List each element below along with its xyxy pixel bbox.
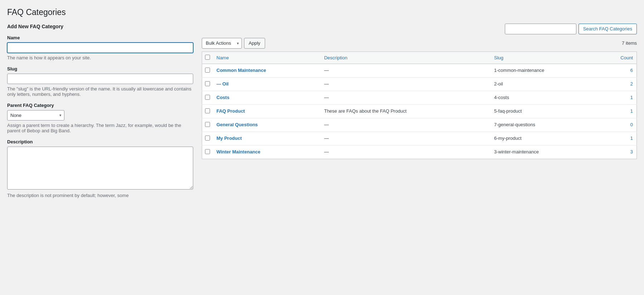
- row-checkbox[interactable]: [205, 81, 210, 86]
- table-row: My Product — 6-my-product 1: [202, 132, 637, 145]
- row-checkbox[interactable]: [205, 136, 210, 141]
- row-count-link[interactable]: 1: [630, 136, 633, 141]
- row-count-cell: 1: [599, 104, 637, 118]
- faq-categories-table: Name Description Slug Count Common Maint…: [202, 51, 637, 159]
- slug-input[interactable]: [7, 74, 193, 84]
- search-wrap: Search FAQ Categories: [505, 24, 637, 34]
- page-title: FAQ Categories: [7, 7, 637, 18]
- slug-label: Slug: [7, 66, 193, 72]
- table-header-row: Name Description Slug Count: [202, 51, 637, 64]
- row-slug-cell: 3-winter-maintenance: [491, 145, 599, 159]
- row-count-cell: 1: [599, 132, 637, 145]
- row-count-cell: 1: [599, 91, 637, 104]
- parent-select-wrap: None ▾: [7, 110, 64, 121]
- row-count-cell: 6: [599, 64, 637, 77]
- row-slug-cell: 2-oil: [491, 77, 599, 91]
- row-checkbox-cell: [202, 104, 213, 118]
- name-input[interactable]: [7, 43, 193, 53]
- row-count-link[interactable]: 2: [630, 81, 633, 87]
- description-textarea[interactable]: [7, 147, 193, 190]
- table-row: General Questions — 7-general-questions …: [202, 118, 637, 132]
- row-description-cell: —: [321, 64, 491, 77]
- parent-group: Parent FAQ Category None ▾ Assign a pare…: [7, 103, 193, 133]
- select-all-header: [202, 51, 213, 64]
- row-slug-cell: 4-costs: [491, 91, 599, 104]
- search-input[interactable]: [505, 24, 576, 34]
- name-label: Name: [7, 35, 193, 40]
- row-count-cell: 2: [599, 77, 637, 91]
- categories-table-panel: Search FAQ Categories Bulk Actions Delet…: [202, 24, 637, 159]
- col-header-count[interactable]: Count: [599, 51, 637, 64]
- parent-label: Parent FAQ Category: [7, 103, 193, 108]
- parent-select[interactable]: None: [7, 110, 64, 121]
- table-row: Costs — 4-costs 1: [202, 91, 637, 104]
- search-button[interactable]: Search FAQ Categories: [579, 24, 637, 34]
- name-hint: The name is how it appears on your site.: [7, 55, 193, 60]
- col-header-name[interactable]: Name: [213, 51, 321, 64]
- row-description-cell: —: [321, 132, 491, 145]
- row-slug-cell: 7-general-questions: [491, 118, 599, 132]
- row-name-link[interactable]: My Product: [216, 136, 242, 141]
- add-new-form: Add New FAQ Category Name The name is ho…: [7, 24, 193, 204]
- select-all-checkbox[interactable]: [205, 55, 210, 60]
- items-count: 7 items: [622, 40, 637, 46]
- col-header-description[interactable]: Description: [321, 51, 491, 64]
- bulk-actions-wrap: Bulk Actions Delete ▾ Apply: [202, 38, 265, 49]
- row-checkbox-cell: [202, 132, 213, 145]
- description-group: Description The description is not promi…: [7, 139, 193, 198]
- row-name-cell: Common Maintenance: [213, 64, 321, 77]
- row-name-cell: Costs: [213, 91, 321, 104]
- row-name-cell: My Product: [213, 132, 321, 145]
- row-name-cell: General Questions: [213, 118, 321, 132]
- row-checkbox[interactable]: [205, 108, 210, 113]
- bulk-actions-select[interactable]: Bulk Actions Delete: [202, 38, 242, 49]
- row-count-cell: 0: [599, 118, 637, 132]
- row-description-cell: —: [321, 145, 491, 159]
- row-slug-cell: 5-faq-product: [491, 104, 599, 118]
- row-description-cell: —: [321, 118, 491, 132]
- row-name-cell: Winter Maintenance: [213, 145, 321, 159]
- row-name-link[interactable]: Costs: [216, 95, 229, 100]
- table-row: Winter Maintenance — 3-winter-maintenanc…: [202, 145, 637, 159]
- table-row: FAQ Product These are FAQs about the FAQ…: [202, 104, 637, 118]
- parent-hint: Assign a parent term to create a hierarc…: [7, 123, 193, 133]
- row-slug-cell: 1-common-maintenance: [491, 64, 599, 77]
- row-name-cell: — Oil: [213, 77, 321, 91]
- row-checkbox[interactable]: [205, 149, 210, 154]
- row-checkbox-cell: [202, 145, 213, 159]
- row-description-cell: —: [321, 77, 491, 91]
- row-checkbox[interactable]: [205, 68, 210, 73]
- row-count-cell: 3: [599, 145, 637, 159]
- bulk-select-wrap: Bulk Actions Delete ▾: [202, 38, 242, 49]
- row-checkbox[interactable]: [205, 122, 210, 127]
- actions-bar: Bulk Actions Delete ▾ Apply 7 items: [202, 38, 637, 49]
- row-checkbox-cell: [202, 91, 213, 104]
- row-description-cell: These are FAQs about the FAQ Product: [321, 104, 491, 118]
- row-name-cell: FAQ Product: [213, 104, 321, 118]
- apply-button[interactable]: Apply: [244, 38, 265, 49]
- row-checkbox[interactable]: [205, 95, 210, 100]
- slug-group: Slug The "slug" is the URL-friendly vers…: [7, 66, 193, 97]
- row-description-cell: —: [321, 91, 491, 104]
- top-bar: Search FAQ Categories: [202, 24, 637, 34]
- description-label: Description: [7, 139, 193, 144]
- row-checkbox-cell: [202, 118, 213, 132]
- row-count-link[interactable]: 6: [630, 68, 633, 73]
- row-checkbox-cell: [202, 64, 213, 77]
- description-hint: The description is not prominent by defa…: [7, 193, 193, 198]
- row-name-link[interactable]: FAQ Product: [216, 108, 245, 114]
- row-name-link[interactable]: — Oil: [216, 81, 229, 87]
- row-name-link[interactable]: Common Maintenance: [216, 68, 266, 73]
- row-count-link[interactable]: 1: [630, 95, 633, 100]
- col-header-slug[interactable]: Slug: [491, 51, 599, 64]
- row-name-link[interactable]: General Questions: [216, 122, 258, 127]
- slug-hint: The "slug" is the URL-friendly version o…: [7, 86, 193, 97]
- table-row: Common Maintenance — 1-common-maintenanc…: [202, 64, 637, 77]
- row-slug-cell: 6-my-product: [491, 132, 599, 145]
- row-name-link[interactable]: Winter Maintenance: [216, 149, 260, 154]
- row-count-link[interactable]: 1: [630, 108, 633, 114]
- row-count-link[interactable]: 3: [630, 149, 633, 154]
- row-checkbox-cell: [202, 77, 213, 91]
- table-row: — Oil — 2-oil 2: [202, 77, 637, 91]
- row-count-link[interactable]: 0: [630, 122, 633, 127]
